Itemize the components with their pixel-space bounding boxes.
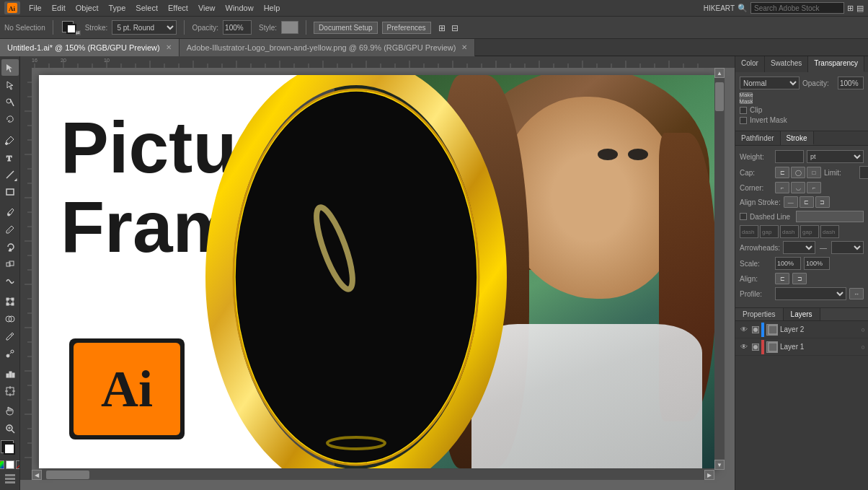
profile-select[interactable]	[775, 287, 846, 300]
arrow-start[interactable]	[783, 241, 815, 254]
pathfinder-tab[interactable]: Pathfinder	[735, 131, 781, 145]
limit-input[interactable]	[859, 166, 868, 179]
align-end-btn[interactable]: ⊏	[775, 273, 789, 284]
weight-input[interactable]	[775, 150, 804, 163]
blend-tool-button[interactable]	[1, 345, 19, 362]
menu-window[interactable]: Window	[221, 2, 258, 14]
layer-2-visibility[interactable]: 👁	[738, 324, 750, 336]
layer-row-2[interactable]: 👁 Layer 2 ○	[735, 321, 868, 338]
tab-untitled[interactable]: Untitled-1.ai* @ 150% (RGB/GPU Preview) …	[0, 39, 180, 56]
hand-tool-button[interactable]	[1, 403, 19, 419]
panel-tab-color[interactable]: Color	[735, 56, 765, 72]
blend-mode-select[interactable]: Normal	[740, 76, 800, 89]
scroll-thumb-v[interactable]	[715, 82, 724, 111]
eyedropper-button[interactable]	[1, 328, 19, 344]
scroll-thumb-h[interactable]	[46, 471, 89, 479]
scroll-right-btn[interactable]: ▶	[704, 470, 714, 480]
menu-effect[interactable]: Effect	[164, 2, 192, 14]
swap-icon[interactable]: ⇄	[76, 30, 81, 35]
panel-tab-transparency[interactable]: Transparency	[808, 56, 864, 72]
pencil-tool-button[interactable]	[1, 221, 19, 237]
menu-view[interactable]: View	[194, 2, 220, 14]
tab-ai-logo[interactable]: Adobe-Illustrator-Logo_brown-and-yellow.…	[180, 39, 476, 56]
type-tool-button[interactable]: T	[1, 149, 19, 165]
scale-tool-button[interactable]	[1, 255, 19, 272]
invert-mask-checkbox[interactable]	[740, 117, 747, 124]
corner-round-btn[interactable]: ◡	[791, 182, 805, 193]
make-mask-btn[interactable]: Make Mask	[740, 92, 753, 104]
magic-wand-tool-button[interactable]	[1, 94, 19, 110]
shape-builder-button[interactable]	[1, 310, 19, 327]
selection-tool-button[interactable]	[1, 59, 19, 76]
color-mode-btn[interactable]	[0, 460, 4, 469]
opacity-input[interactable]	[223, 20, 252, 35]
opacity-input-right[interactable]	[838, 76, 864, 89]
stroke-box[interactable]	[66, 24, 76, 34]
menu-file[interactable]: File	[25, 2, 46, 14]
arrow-end[interactable]	[831, 241, 864, 254]
white-mode-btn[interactable]	[6, 460, 14, 469]
tab-ai-logo-close[interactable]: ✕	[461, 43, 467, 51]
align-outside-btn[interactable]: ⊐	[815, 196, 830, 208]
rectangle-tool-button[interactable]	[1, 183, 19, 200]
panel-tab-swatches[interactable]: Swatches	[765, 56, 808, 72]
column-graph-button[interactable]	[1, 365, 19, 382]
preferences-button[interactable]: Preferences	[382, 22, 431, 34]
layer-1-lock[interactable]: ○	[862, 344, 865, 351]
scrollbar-horizontal[interactable]: ◀ ▶	[32, 470, 714, 480]
menu-object[interactable]: Object	[71, 2, 103, 14]
menu-help[interactable]: Help	[260, 2, 285, 14]
rotate-tool-button[interactable]	[1, 238, 19, 255]
dash1[interactable]	[740, 225, 758, 238]
dashed-checkbox[interactable]	[740, 213, 747, 220]
artboard-button[interactable]	[1, 382, 19, 399]
brush-dropdown[interactable]: 5 pt. Round	[112, 20, 177, 35]
scroll-down-btn[interactable]: ▼	[714, 460, 725, 470]
warp-tool-button[interactable]	[1, 273, 19, 289]
line-tool-button[interactable]	[1, 166, 19, 183]
scroll-left-btn[interactable]: ◀	[32, 470, 42, 480]
clip-checkbox[interactable]	[740, 107, 747, 114]
fill-stroke-group[interactable]: ⇄	[61, 19, 81, 35]
free-transform-button[interactable]	[1, 293, 19, 310]
corner-bevel-btn[interactable]: ⌐	[807, 182, 821, 193]
doc-setup-button[interactable]: Document Setup	[314, 22, 378, 34]
more-tools-button[interactable]	[3, 473, 17, 487]
cap-round-btn[interactable]: ◯	[791, 167, 805, 178]
layer-1-visibility[interactable]: 👁	[738, 341, 750, 353]
cap-butt-btn[interactable]: ⊏	[775, 167, 789, 178]
pen-tool-button[interactable]	[1, 131, 19, 148]
properties-tab[interactable]: Properties	[735, 308, 784, 320]
layer-2-lock[interactable]: ○	[862, 326, 865, 333]
align-inside-btn[interactable]: ⊏	[800, 196, 814, 208]
fill-stroke-indicator[interactable]	[1, 440, 19, 458]
weight-unit[interactable]: pt	[807, 150, 864, 163]
gap1[interactable]	[760, 225, 779, 238]
paintbrush-tool-button[interactable]	[1, 204, 19, 220]
dash2[interactable]	[780, 225, 799, 238]
style-swatch[interactable]	[281, 21, 298, 34]
layer-1-target[interactable]	[752, 344, 759, 351]
stock-search-input[interactable]	[750, 2, 844, 14]
scale-input1[interactable]	[775, 257, 801, 270]
corner-miter-btn[interactable]: ⌐	[775, 182, 789, 193]
layer-row-1[interactable]: 👁 Layer 1 ○	[735, 338, 868, 356]
stroke-tab[interactable]: Stroke	[781, 131, 814, 145]
align-outside2-btn[interactable]: ⊐	[792, 273, 807, 284]
dash3[interactable]	[820, 225, 839, 238]
gap2[interactable]	[800, 225, 819, 238]
profile-flip-btn[interactable]: ↔	[849, 288, 864, 299]
menu-type[interactable]: Type	[105, 2, 130, 14]
cap-square-btn[interactable]: □	[807, 167, 821, 178]
lasso-tool-button[interactable]	[1, 111, 19, 128]
zoom-tool-button[interactable]	[1, 420, 19, 437]
tab-untitled-close[interactable]: ✕	[166, 43, 172, 51]
scrollbar-vertical[interactable]: ▲ ▼	[714, 68, 725, 470]
layers-tab[interactable]: Layers	[784, 308, 820, 320]
menu-select[interactable]: Select	[131, 2, 162, 14]
scale-input2[interactable]	[804, 257, 830, 270]
stroke-color-box[interactable]	[4, 443, 15, 455]
scroll-up-btn[interactable]: ▲	[714, 68, 725, 78]
direct-selection-tool-button[interactable]	[1, 76, 19, 93]
align-center-btn[interactable]: —	[784, 196, 798, 208]
